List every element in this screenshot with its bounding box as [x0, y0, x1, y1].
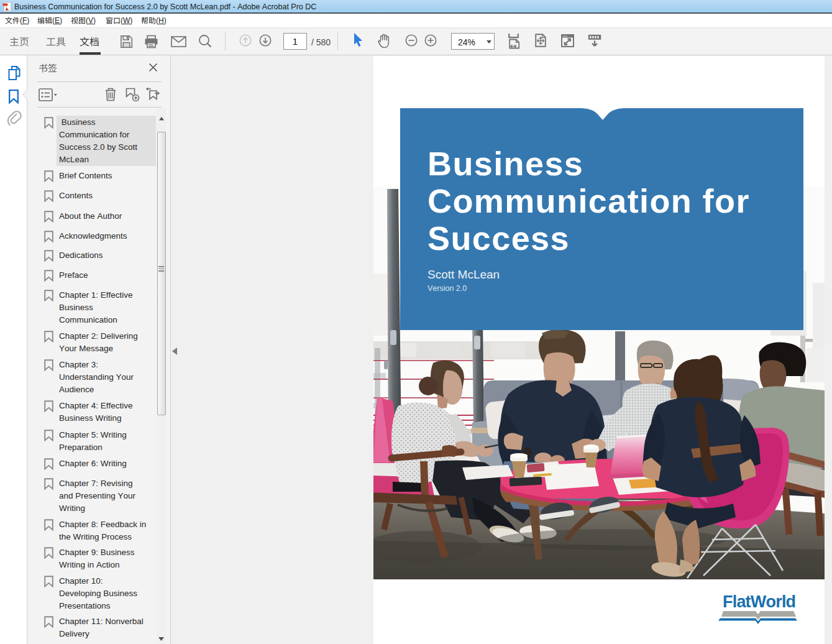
svg-text:FlatWorld: FlatWorld: [723, 592, 795, 611]
